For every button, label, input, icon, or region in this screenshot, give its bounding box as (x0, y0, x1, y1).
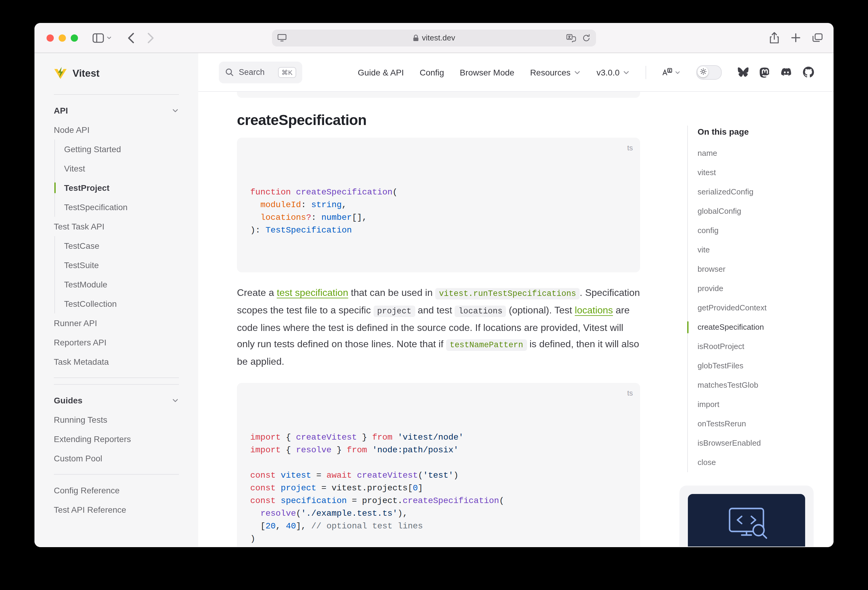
sidebar-item-reporters-api[interactable]: Reporters API (54, 333, 179, 352)
outline-item-name[interactable]: name (698, 144, 807, 163)
outline-item-close[interactable]: close (698, 453, 807, 472)
sidebar-item-running-tests[interactable]: Running Tests (54, 410, 179, 430)
sidebar-item-testcollection[interactable]: TestCollection (55, 294, 179, 313)
nav-item-label: Guide & API (358, 67, 404, 77)
sidebar-item-node-api[interactable]: Node API (54, 120, 179, 140)
outline-item-globalconfig[interactable]: globalConfig (698, 202, 807, 221)
outline-item-vite[interactable]: vite (698, 240, 807, 260)
outline-item-createspecification[interactable]: createSpecification (698, 318, 807, 337)
sidebar-item-testproject[interactable]: TestProject (55, 178, 179, 197)
github-icon[interactable] (803, 66, 814, 78)
bluesky-icon[interactable] (737, 67, 749, 77)
outline-item-ontestsrerun[interactable]: onTestsRerun (698, 414, 807, 434)
outline-item-getprovidedcontext[interactable]: getProvidedContext (698, 298, 807, 318)
nav-item-label: Config (419, 67, 444, 77)
back-button-icon[interactable] (127, 32, 134, 43)
reload-icon[interactable] (582, 34, 590, 42)
outline-item-import[interactable]: import (698, 395, 807, 414)
code-line: locations?: number[], (250, 211, 627, 224)
browser-window: vitest.dev (34, 23, 834, 547)
theme-toggle[interactable] (696, 65, 722, 79)
doc-link[interactable]: locations (575, 305, 613, 315)
code-language-label: ts (627, 142, 633, 154)
nav-item-label: v3.0.0 (596, 67, 620, 77)
outline-item-isrootproject[interactable]: isRootProject (698, 337, 807, 356)
sidebar-group-guides[interactable]: Guides (54, 391, 179, 410)
search-icon (225, 68, 234, 77)
site-logo-text: Vitest (72, 67, 99, 79)
inline-code: project (373, 306, 415, 317)
sidebar-item-testsuite[interactable]: TestSuite (55, 256, 179, 275)
nav-item-resources[interactable]: Resources (530, 67, 581, 77)
nav-item-v3-0-0[interactable]: v3.0.0 (596, 67, 630, 77)
search-button[interactable]: Search ⌘K (219, 61, 302, 83)
sidebar-item-testcase[interactable]: TestCase (55, 236, 179, 256)
doc-content: createSpecification ts function createSp… (198, 92, 834, 546)
sidebar-group-label: API (54, 106, 68, 115)
sidebar-item-custom-pool[interactable]: Custom Pool (54, 449, 179, 468)
search-label: Search (239, 68, 265, 77)
code-lines: function createSpecification( moduleId: … (250, 186, 627, 237)
sidebar-item-getting-started[interactable]: Getting Started (55, 140, 179, 159)
nav-item-guide-api[interactable]: Guide & API (358, 67, 404, 77)
outline-item-browser[interactable]: browser (698, 260, 807, 279)
code-line: const specification = project.createSpec… (250, 494, 627, 507)
address-bar[interactable]: vitest.dev (272, 29, 596, 46)
sidebar-item-task-metadata[interactable]: Task Metadata (54, 352, 179, 371)
language-menu-button[interactable] (662, 68, 681, 77)
sponsor-card[interactable] (679, 486, 813, 546)
forward-button-icon[interactable] (148, 32, 154, 43)
navbar-divider (645, 66, 646, 79)
zoom-window-button[interactable] (71, 34, 78, 41)
sidebar-item-runner-api[interactable]: Runner API (54, 313, 179, 333)
sidebar-item-test-task-api[interactable]: Test Task API (54, 217, 179, 236)
code-line: import { createVitest } from 'vitest/nod… (250, 431, 627, 444)
code-block-example: ts import { createVitest } from 'vitest/… (237, 383, 640, 546)
outline-item-matchestestglob[interactable]: matchesTestGlob (698, 376, 807, 395)
mastodon-icon[interactable] (759, 66, 770, 78)
sidebar-item-testmodule[interactable]: TestModule (55, 275, 179, 294)
nav-menu: Guide & APIConfigBrowser ModeResourcesv3… (358, 67, 630, 77)
sidebar-divider (54, 377, 179, 378)
sidebar-item-vitest[interactable]: Vitest (55, 159, 179, 178)
code-line: ) (250, 533, 627, 545)
site-logo[interactable]: Vitest (54, 65, 179, 81)
code-line: const vitest = await createVitest('test'… (250, 469, 627, 482)
nav-item-browser-mode[interactable]: Browser Mode (460, 67, 514, 77)
doc-link[interactable]: test specification (277, 287, 348, 298)
chevron-down-icon (172, 397, 179, 404)
minimize-window-button[interactable] (59, 34, 66, 41)
close-window-button[interactable] (47, 34, 54, 41)
page-title: createSpecification (237, 111, 640, 129)
nav-item-config[interactable]: Config (419, 67, 444, 77)
lock-icon (413, 34, 419, 41)
browser-toolbar: vitest.dev (34, 23, 834, 53)
sidebar-item-testspecification[interactable]: TestSpecification (55, 197, 179, 217)
sidebar-divider (54, 94, 179, 95)
sidebar-item-test-api-reference[interactable]: Test API Reference (54, 500, 179, 519)
outline-item-config[interactable]: config (698, 221, 807, 240)
docs-sidebar: Vitest APINode APIGetting StartedVitestT… (34, 53, 198, 546)
outline-item-provide[interactable]: provide (698, 279, 807, 298)
sidebar-dropdown-chevron-icon[interactable] (106, 35, 112, 40)
outline-item-serializedconfig[interactable]: serializedConfig (698, 182, 807, 202)
chevron-down-icon (172, 107, 179, 114)
tab-overview-icon[interactable] (812, 33, 823, 42)
inline-code-link[interactable]: vitest.runTestSpecifications (435, 288, 580, 300)
code-line: import { resolve } from 'node:path/posix… (250, 444, 627, 456)
page-settings-icon[interactable] (278, 34, 286, 42)
outline-item-globtestfiles[interactable]: globTestFiles (698, 356, 807, 376)
sidebar-group-api[interactable]: API (54, 101, 179, 120)
code-lines: import { createVitest } from 'vitest/nod… (250, 431, 627, 546)
translate-page-icon[interactable] (566, 34, 576, 42)
new-tab-icon[interactable] (791, 33, 800, 42)
inline-code-link[interactable]: testNamePattern (446, 339, 527, 351)
sidebar-toggle-icon[interactable] (93, 33, 104, 43)
share-icon[interactable] (769, 32, 779, 44)
outline-item-vitest[interactable]: vitest (698, 163, 807, 182)
sidebar-item-config-reference[interactable]: Config Reference (54, 481, 179, 500)
sidebar-item-extending-reporters[interactable]: Extending Reporters (54, 430, 179, 449)
discord-icon[interactable] (780, 67, 793, 77)
sidebar-divider (54, 384, 179, 385)
outline-item-isbrowserenabled[interactable]: isBrowserEnabled (698, 434, 807, 453)
